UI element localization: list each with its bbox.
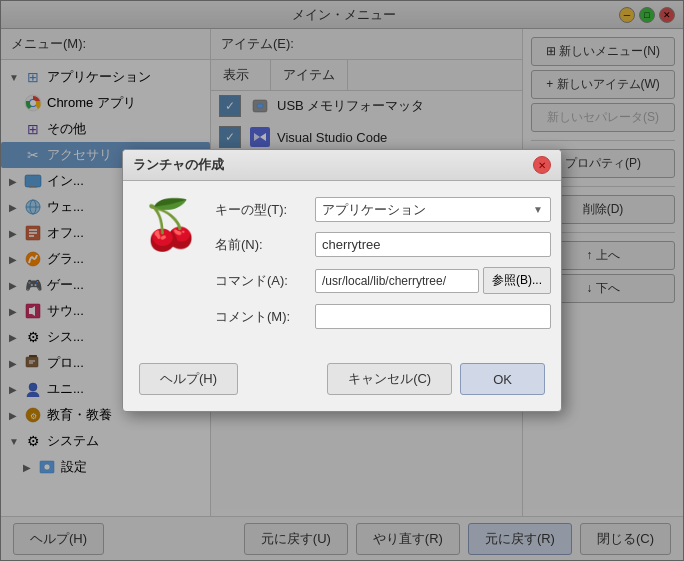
name-label: 名前(N): — [215, 236, 315, 254]
name-row: 名前(N): — [215, 232, 551, 257]
key-type-select[interactable]: アプリケーション 端末アプリケーション 場所（URL） — [315, 197, 551, 222]
modal-title-bar: ランチャの作成 ✕ — [123, 150, 561, 181]
command-input[interactable] — [315, 269, 479, 293]
modal-right-buttons: キャンセル(C) OK — [327, 363, 545, 395]
modal-close-button[interactable]: ✕ — [533, 156, 551, 174]
modal-footer: ヘルプ(H) キャンセル(C) OK — [123, 355, 561, 411]
modal-title: ランチャの作成 — [133, 156, 224, 174]
modal-help-button[interactable]: ヘルプ(H) — [139, 363, 238, 395]
name-input[interactable] — [315, 232, 551, 257]
modal-form: キーの型(T): アプリケーション 端末アプリケーション 場所（URL） ▼ 名… — [215, 197, 551, 339]
key-type-wrapper: アプリケーション 端末アプリケーション 場所（URL） ▼ — [315, 197, 551, 222]
cherry-icon: 🍒 — [141, 201, 201, 249]
modal-ok-button[interactable]: OK — [460, 363, 545, 395]
command-row: コマンド(A): 参照(B)... — [215, 267, 551, 294]
launcher-modal: ランチャの作成 ✕ 🍒 キーの型(T): アプリケーション 端末アプリケーション — [122, 149, 562, 412]
command-label: コマンド(A): — [215, 272, 315, 290]
comment-row: コメント(M): — [215, 304, 551, 329]
key-type-label: キーの型(T): — [215, 201, 315, 219]
modal-icon-area: 🍒 — [139, 197, 203, 339]
comment-label: コメント(M): — [215, 308, 315, 326]
modal-cancel-button[interactable]: キャンセル(C) — [327, 363, 452, 395]
command-input-area: 参照(B)... — [315, 267, 551, 294]
modal-overlay: ランチャの作成 ✕ 🍒 キーの型(T): アプリケーション 端末アプリケーション — [0, 0, 684, 561]
modal-body: 🍒 キーの型(T): アプリケーション 端末アプリケーション 場所（URL） ▼ — [123, 181, 561, 355]
key-type-row: キーの型(T): アプリケーション 端末アプリケーション 場所（URL） ▼ — [215, 197, 551, 222]
comment-input[interactable] — [315, 304, 551, 329]
browse-button[interactable]: 参照(B)... — [483, 267, 551, 294]
